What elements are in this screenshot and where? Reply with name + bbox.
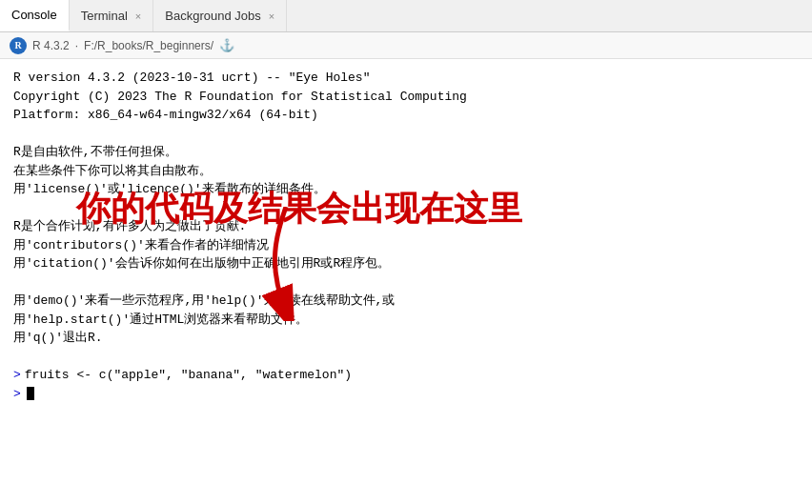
prompt-symbol: > xyxy=(13,366,21,385)
prompt-line[interactable]: > xyxy=(13,385,799,404)
tab-console[interactable]: Console xyxy=(0,0,70,31)
console-line-2: Platform: x86_64-w64-mingw32/x64 (64-bit… xyxy=(13,106,799,125)
console-panel[interactable]: R version 4.3.2 (2023-10-31 ucrt) -- "Ey… xyxy=(0,59,812,504)
console-line-10: 用'citation()'会告诉你如何在出版物中正确地引用R或R程序包。 xyxy=(13,254,799,273)
r-logo-icon: R xyxy=(10,37,27,54)
console-line-12: 用'demo()'来看一些示范程序,用'help()'来阅读在线帮助文件,或 xyxy=(13,292,799,311)
console-line-14: 用'q()'退出R. xyxy=(13,329,799,348)
command-line: > fruits <- c("apple", "banana", "waterm… xyxy=(13,366,799,385)
prompt-cursor: > xyxy=(13,385,21,404)
console-blank-1 xyxy=(13,199,799,218)
r-version-label: R 4.3.2 xyxy=(32,39,70,52)
console-blank-2 xyxy=(13,273,799,292)
path-bar: R R 4.3.2 · F:/R_books/R_beginners/ ⚓ xyxy=(0,32,812,59)
path-link-icon[interactable]: ⚓ xyxy=(219,38,234,52)
annotation-arrow xyxy=(248,207,324,328)
tab-terminal-label: Terminal xyxy=(81,9,128,23)
tab-background-jobs[interactable]: Background Jobs × xyxy=(153,0,287,31)
tab-background-jobs-close[interactable]: × xyxy=(269,10,274,22)
tab-terminal-close[interactable]: × xyxy=(135,10,141,22)
console-blank-3 xyxy=(13,348,799,367)
command-text: fruits <- c("apple", "banana", "watermel… xyxy=(25,366,352,385)
path-value: F:/R_books/R_beginners/ xyxy=(84,39,213,52)
console-blank-0 xyxy=(13,125,799,144)
cursor-block xyxy=(27,387,34,400)
console-line-1: Copyright (C) 2023 The R Foundation for … xyxy=(13,88,799,107)
tab-background-jobs-label: Background Jobs xyxy=(165,9,260,23)
console-line-9: 用'contributors()'来看合作者的详细情况 xyxy=(13,236,799,255)
console-line-8: R是个合作计划,有许多人为之做出了贡献. xyxy=(13,217,799,236)
tab-terminal[interactable]: Terminal × xyxy=(70,0,154,31)
console-line-0: R version 4.3.2 (2023-10-31 ucrt) -- "Ey… xyxy=(13,69,799,88)
path-separator: · xyxy=(75,39,78,52)
console-line-5: 在某些条件下你可以将其自由散布。 xyxy=(13,162,799,181)
console-line-4: R是自由软件,不带任何担保。 xyxy=(13,143,799,162)
tab-console-label: Console xyxy=(11,8,57,22)
console-line-6: 用'license()'或'licence()'来看散布的详细条件。 xyxy=(13,180,799,199)
console-line-13: 用'help.start()'通过HTML浏览器来看帮助文件。 xyxy=(13,311,799,330)
tab-bar: Console Terminal × Background Jobs × xyxy=(0,0,812,32)
